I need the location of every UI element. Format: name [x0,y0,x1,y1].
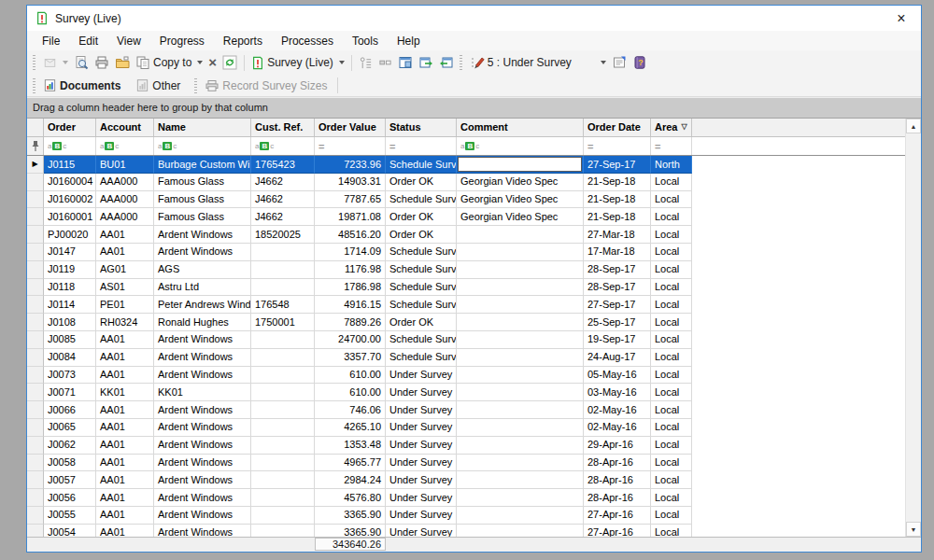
table-row[interactable]: J0055AA01Ardent Windows3365.90Under Surv… [27,507,905,525]
row-indicator-cell[interactable] [27,525,44,537]
import-window-button[interactable] [436,54,457,71]
cell-order_date[interactable]: 25-Sep-17 [584,314,651,331]
column-header-order_date[interactable]: Order Date [584,119,651,136]
folder-button[interactable] [112,54,133,71]
cell-comment[interactable] [457,349,584,367]
cell-area[interactable]: Local [651,471,692,489]
cell-comment[interactable] [457,437,584,455]
cell-cust_ref[interactable] [251,279,315,297]
row-indicator-cell[interactable] [27,349,44,367]
group-by-bar[interactable]: Drag a column header here to group by th… [27,97,921,119]
row-indicator-cell[interactable] [27,208,44,226]
table-row[interactable]: J0058AA01Ardent Windows4965.77Under Surv… [27,455,905,472]
column-header-order_value[interactable]: Order Value [315,119,386,136]
cell-name[interactable]: Ardent Windows [154,419,251,437]
cell-account[interactable]: AA01 [96,226,154,244]
cell-order_value[interactable]: 7889.26 [315,314,386,331]
cell-status[interactable]: Under Survey [386,419,457,437]
cell-cust_ref[interactable] [251,455,315,472]
cell-area[interactable]: Local [651,244,692,261]
cell-order[interactable]: J0160001 [44,208,96,226]
cell-order_value[interactable]: 610.00 [315,384,386,401]
cell-account[interactable]: AA01 [96,401,154,419]
cell-name[interactable]: Ardent Windows [154,507,251,525]
cell-status[interactable]: Order OK [386,314,457,331]
cell-name[interactable]: Astru Ltd [154,279,251,297]
cell-order[interactable]: J0071 [44,384,96,401]
row-indicator-cell[interactable] [27,471,44,489]
cell-comment[interactable] [457,507,584,525]
cell-comment[interactable] [457,525,584,537]
help-book-button[interactable]: ? [630,54,650,71]
cell-order[interactable]: PJ00020 [44,226,96,244]
cell-name[interactable]: Ardent Windows [154,525,251,537]
cell-order_date[interactable]: 21-Sep-18 [584,174,651,191]
menu-processes[interactable]: Processes [272,35,343,48]
cell-name[interactable]: AGS [154,261,251,279]
cell-cust_ref[interactable] [251,401,315,419]
row-indicator-cell[interactable] [27,401,44,419]
cell-area[interactable]: Local [651,261,692,279]
cell-order_date[interactable]: 24-Aug-17 [584,349,651,367]
cell-status[interactable]: Schedule Survey [386,156,457,174]
cell-account[interactable]: PE01 [96,296,154,314]
row-indicator-cell[interactable] [27,489,44,507]
cell-area[interactable]: North [651,156,692,174]
cell-cust_ref[interactable] [251,507,315,525]
cell-name[interactable]: Peter Andrews Windows [154,296,251,314]
cell-area[interactable]: Local [651,367,692,385]
row-indicator-cell[interactable] [27,367,44,385]
menu-edit[interactable]: Edit [69,35,107,48]
filter-cell-cust_ref[interactable]: aBc [251,137,315,155]
cell-status[interactable]: Schedule Survey [386,296,457,314]
cell-cust_ref[interactable] [251,244,315,261]
cell-area[interactable]: Local [651,507,692,525]
filter-cell-area[interactable]: = [651,137,692,155]
row-indicator-cell[interactable] [27,314,44,331]
cell-order_date[interactable]: 27-Apr-16 [584,507,651,525]
cell-name[interactable]: Ardent Windows [154,226,251,244]
cell-order_value[interactable]: 1786.98 [315,279,386,297]
cell-order_date[interactable]: 28-Apr-16 [584,455,651,472]
cell-account[interactable]: AA01 [96,244,154,261]
cell-comment[interactable] [457,226,584,244]
cell-name[interactable]: Burbage Custom Windows [154,156,251,174]
cell-order_value[interactable]: 7233.96 [315,156,386,174]
column-header-area[interactable]: Area▽ [651,119,692,136]
export-window-button[interactable] [416,54,436,71]
layout-button[interactable] [375,55,395,71]
cell-order_date[interactable]: 28-Apr-16 [584,471,651,489]
table-row[interactable]: J0108RH0324Ronald Hughes17500017889.26Or… [27,314,905,331]
cell-name[interactable]: Ardent Windows [154,437,251,455]
cell-account[interactable]: AG01 [96,261,154,279]
cell-area[interactable]: Local [651,296,692,314]
cell-area[interactable]: Local [651,331,692,349]
table-row[interactable]: J0118AS01Astru Ltd1786.98Schedule Survey… [27,279,905,297]
cell-comment[interactable]: Georgian Video Spec [457,191,584,209]
cell-status[interactable]: Under Survey [386,489,457,507]
row-indicator-cell[interactable] [27,419,44,437]
cell-order_date[interactable]: 28-Sep-17 [584,279,651,297]
cell-status[interactable]: Under Survey [386,455,457,472]
cell-area[interactable]: Local [651,208,692,226]
row-indicator-cell[interactable] [27,191,44,209]
cell-name[interactable]: Famous Glass [154,208,251,226]
cell-order_value[interactable]: 4965.77 [315,455,386,472]
cell-account[interactable]: AA01 [96,489,154,507]
cell-area[interactable]: Local [651,455,692,472]
cell-order_date[interactable]: 17-Mar-18 [584,244,651,261]
row-indicator-cell[interactable] [27,174,44,191]
menu-help[interactable]: Help [388,35,430,48]
cell-order[interactable]: J0119 [44,261,96,279]
cell-order_date[interactable]: 02-May-16 [584,401,651,419]
cell-account[interactable]: AA01 [96,349,154,367]
cell-order_date[interactable]: 27-Apr-16 [584,525,651,537]
cell-account[interactable]: AA01 [96,331,154,349]
cell-account[interactable]: AA01 [96,455,154,472]
table-row[interactable]: ▶J0115BU01Burbage Custom Windows17654237… [27,156,905,174]
cell-cust_ref[interactable] [251,349,315,367]
cell-order_date[interactable]: 29-Apr-16 [584,437,651,455]
cell-status[interactable]: Under Survey [386,437,457,455]
cell-comment[interactable] [457,401,584,419]
cell-account[interactable]: AA01 [96,471,154,489]
